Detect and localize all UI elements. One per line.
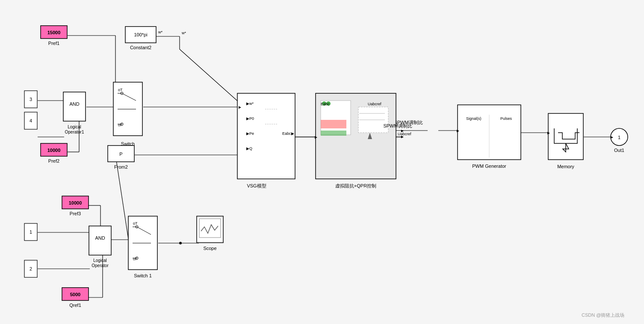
- svg-text:▶w*: ▶w*: [246, 101, 254, 106]
- svg-text:5000: 5000: [70, 292, 80, 297]
- svg-text:虚拟阻抗+QPR控制: 虚拟阻抗+QPR控制: [335, 183, 376, 188]
- svg-text:10000: 10000: [47, 148, 61, 153]
- svg-text:AND: AND: [69, 101, 79, 107]
- svg-text:AND: AND: [95, 235, 105, 241]
- svg-rect-113: [321, 131, 346, 136]
- diagram-canvas: w* ▶w* ▶Pe ▶Q Uabcref SPWM调制比: [0, 0, 644, 324]
- svg-text:100*pi: 100*pi: [134, 32, 147, 37]
- svg-text:Pref3: Pref3: [70, 211, 81, 216]
- svg-text:Uabcref: Uabcref: [398, 132, 411, 136]
- svg-text:2: 2: [30, 266, 32, 271]
- svg-text:VSG模型: VSG模型: [247, 183, 266, 188]
- svg-text:Pref1: Pref1: [48, 41, 59, 46]
- svg-text:Switch 1: Switch 1: [134, 273, 152, 278]
- svg-text:oT: oT: [133, 221, 138, 226]
- svg-rect-112: [321, 120, 346, 128]
- svg-rect-68: [89, 226, 111, 255]
- svg-text:▶Q: ▶Q: [246, 146, 252, 151]
- svg-text:Pulses: Pulses: [500, 116, 512, 121]
- svg-text:From2: From2: [114, 164, 128, 169]
- svg-text:Scope: Scope: [203, 246, 216, 251]
- svg-text:Logical: Logical: [68, 125, 81, 129]
- svg-text:Uabcref: Uabcref: [368, 102, 381, 106]
- svg-text:Qref1: Qref1: [69, 303, 81, 308]
- svg-text:P: P: [119, 152, 122, 157]
- svg-text:Constant2: Constant2: [130, 45, 151, 50]
- svg-text:Eabc: Eabc: [321, 102, 330, 106]
- svg-text:15000: 15000: [47, 30, 61, 35]
- svg-text:1: 1: [30, 229, 32, 235]
- watermark: CSDN @骑猪上战场: [582, 312, 624, 318]
- svg-text:Pref2: Pref2: [48, 158, 59, 163]
- svg-rect-127: [548, 113, 583, 160]
- svg-text:▶Pe: ▶Pe: [246, 131, 254, 136]
- svg-rect-98: [237, 93, 295, 179]
- svg-text:SPWM调制比: SPWM调制比: [383, 123, 412, 128]
- svg-text:Operator1: Operator1: [65, 130, 84, 134]
- svg-point-28: [179, 242, 182, 244]
- svg-text:3: 3: [30, 97, 32, 102]
- svg-text:oF: oF: [118, 123, 123, 127]
- svg-text:▶P0: ▶P0: [246, 116, 254, 121]
- svg-rect-64: [63, 92, 86, 121]
- svg-text:w*: w*: [181, 31, 186, 35]
- svg-text:w*: w*: [158, 30, 162, 34]
- svg-text:Eabc▶: Eabc▶: [282, 131, 294, 136]
- svg-text:oF: oF: [133, 257, 138, 261]
- svg-text:Operator: Operator: [92, 263, 109, 268]
- svg-text:Logical: Logical: [93, 258, 107, 263]
- svg-text:PWM Generator: PWM Generator: [472, 163, 506, 169]
- svg-text:Out1: Out1: [614, 148, 624, 153]
- svg-text:oT: oT: [118, 88, 123, 92]
- svg-text:1: 1: [618, 135, 620, 140]
- diagram-svg: w* ▶w* ▶Pe ▶Q Uabcref SPWM调制比: [0, 0, 644, 324]
- svg-text:Signal(s): Signal(s): [466, 116, 482, 121]
- svg-text:10000: 10000: [69, 200, 82, 205]
- svg-text:4: 4: [30, 118, 32, 123]
- svg-text:Memory: Memory: [557, 164, 574, 169]
